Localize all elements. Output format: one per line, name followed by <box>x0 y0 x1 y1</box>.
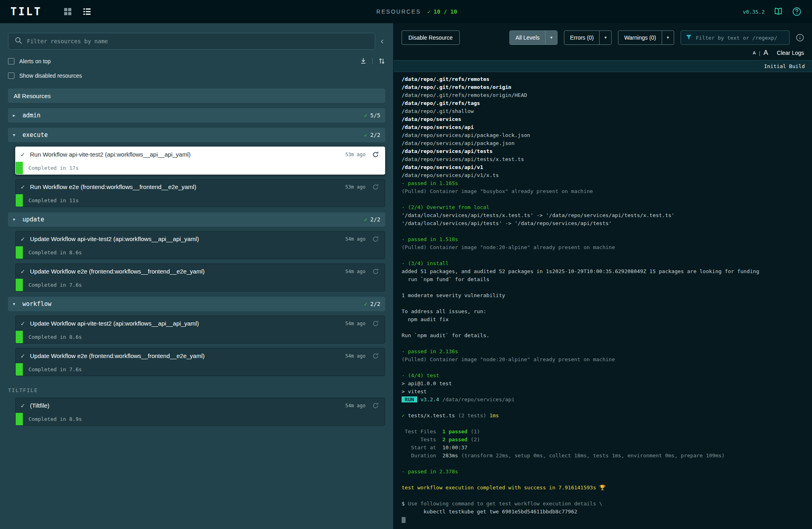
log-line: · passed in 2.378s <box>402 468 812 476</box>
log-line: kubectl testkube get twe 6901e5bd54611bb… <box>402 508 812 516</box>
log-line: (Pulled) Container image "busybox" alrea… <box>402 187 812 195</box>
log-segment: · passed in 2.378s <box>402 469 458 475</box>
item-status-check-icon: ✓ <box>20 151 25 158</box>
item-status-text: Completed in 8.6s <box>28 249 82 255</box>
resource-item[interactable]: ✓ Update Workflow e2e (frontend:workflow… <box>15 263 385 292</box>
tiltfile-section-label: TILTFILE <box>8 387 385 393</box>
log-line: (Pulled) Container image "node:20-alpine… <box>402 243 812 251</box>
docs-book-icon[interactable] <box>774 7 783 16</box>
collapse-sidebar-button[interactable]: ‹ <box>379 37 385 46</box>
log-line: /data/repo/.git/refs/tags <box>402 99 812 107</box>
tilt-logo[interactable]: TILT <box>10 6 42 18</box>
chevron-icon: ▸ <box>13 113 18 118</box>
log-segment: 2 passed <box>442 436 468 443</box>
refresh-icon[interactable] <box>370 149 381 160</box>
log-line: $ Use following command to get test work… <box>402 500 812 508</box>
group-count-wrap: ✓2/2 <box>364 301 380 307</box>
resource-item[interactable]: ✓ Update Workflow api-vite-test2 (api:wo… <box>15 316 385 344</box>
resource-group-header[interactable]: ▸ admin ✓5/5 <box>8 108 385 123</box>
help-icon[interactable] <box>792 7 802 16</box>
item-status-check-icon: ✓ <box>20 236 25 242</box>
refresh-icon[interactable] <box>370 351 381 361</box>
log-segment <box>417 396 420 402</box>
refresh-icon[interactable] <box>370 400 381 411</box>
resource-item[interactable]: ✓ Update Workflow api-vite-test2 (api:wo… <box>15 231 385 259</box>
disable-resource-button[interactable]: Disable Resource <box>402 30 460 45</box>
errors-button[interactable]: Errors (0) <box>564 31 599 44</box>
resource-filter-input[interactable] <box>27 38 368 44</box>
info-icon[interactable] <box>796 34 804 42</box>
resource-group-header[interactable]: ▾ workflow ✓2/2 <box>8 297 385 311</box>
chevron-down-icon[interactable]: ▼ <box>662 31 674 44</box>
item-status-check-icon: ✓ <box>20 184 25 190</box>
resource-item[interactable]: ✓ (Tiltfile) 54m ago Completed in 8.9s <box>15 398 385 426</box>
log-segment: run `npm fund` for details <box>402 276 489 282</box>
resource-group-header[interactable]: ▾ update ✓2/2 <box>8 212 385 227</box>
log-filter-input[interactable] <box>696 35 784 41</box>
resource-item[interactable]: ✓ Update Workflow e2e (frontend:workflow… <box>15 348 385 376</box>
all-resources-button[interactable]: All Resources <box>8 89 385 103</box>
item-status-row: Completed in 11s <box>16 194 385 207</box>
version-label: v0.35.2 <box>743 9 765 15</box>
log-line: /data/repo/.git/refs/remotes <box>402 75 812 83</box>
check-icon: ✓ <box>427 8 430 15</box>
log-line <box>402 364 812 372</box>
log-line: /data/repo/services/api/tests/x.test.ts <box>402 155 812 163</box>
grid-view-icon[interactable] <box>64 8 72 16</box>
resource-group: ▸ admin ✓5/5 <box>8 108 385 123</box>
alerts-on-top-checkbox[interactable] <box>8 58 14 64</box>
item-title: (Tiltfile) <box>30 402 341 409</box>
check-icon: ✓ <box>364 301 367 307</box>
group-items: ✓ Update Workflow api-vite-test2 (api:wo… <box>8 316 385 376</box>
log-line: /data/repo/services/api/v1 <box>402 163 812 171</box>
group-expand-controls <box>360 58 385 64</box>
log-segment: Tests <box>402 436 442 443</box>
warnings-button[interactable]: Warnings (0) <box>618 31 662 44</box>
log-line: /data/repo/services/api/package-lock.jso… <box>402 131 812 139</box>
refresh-icon[interactable] <box>370 182 381 192</box>
item-title: Update Workflow e2e (frontend:workflows_… <box>30 268 341 275</box>
refresh-icon[interactable] <box>370 266 381 277</box>
log-output[interactable]: /data/repo/.git/refs/remotes/data/repo/.… <box>394 72 812 529</box>
item-status-text: Completed in 8.9s <box>28 416 82 422</box>
chevron-down-icon[interactable]: ▼ <box>545 31 557 44</box>
item-title-row: ✓ (Tiltfile) 54m ago <box>16 398 385 413</box>
chevron-down-icon[interactable]: ▼ <box>599 31 611 44</box>
resource-group-header[interactable]: ▾ execute ✓2/2 <box>8 128 385 142</box>
log-line: /data/repo/.git/refs/remotes/origin/HEAD <box>402 91 812 99</box>
tiltfile-item-slot: ✓ (Tiltfile) 54m ago Completed in 8.9s <box>8 393 385 426</box>
show-disabled-checkbox[interactable] <box>8 72 14 79</box>
main-content: ‹ Alerts on top Show disabled resourc <box>0 23 812 529</box>
log-segment: · (4/4) test <box>402 372 439 378</box>
expand-groups-icon[interactable] <box>378 58 385 64</box>
log-segment: /data/repo/services/api/v1/x.ts <box>402 172 499 178</box>
resource-group: ▾ execute ✓2/2 ✓ Run Workflow api-vite-t… <box>8 128 385 207</box>
clear-logs-button[interactable]: Clear Logs <box>777 50 804 56</box>
resources-label: RESOURCES <box>376 8 421 15</box>
funnel-icon <box>686 34 692 42</box>
list-view-icon[interactable] <box>83 8 91 16</box>
group-name: execute <box>22 131 48 139</box>
log-segment: (1) <box>467 428 480 434</box>
log-segment: kubectl testkube get twe 6901e5bd54611bb… <box>402 509 577 515</box>
collapse-groups-icon[interactable] <box>360 58 367 64</box>
item-status-text: Completed in 8.6s <box>28 334 82 340</box>
resource-sidebar: ‹ Alerts on top Show disabled resourc <box>0 23 394 529</box>
refresh-icon[interactable] <box>370 318 381 329</box>
log-segment: · passed in 1.518s <box>402 236 458 242</box>
log-line: Run `npm audit` for details. <box>402 332 812 340</box>
item-status-text: Completed in 7.6s <box>28 282 82 288</box>
font-increase-button[interactable]: A <box>764 49 768 57</box>
resource-item[interactable]: ✓ Run Workflow api-vite-test2 (api:workf… <box>15 147 385 175</box>
app-header: TILT RESOURCES ✓10 / 10 v0.35.2 <box>0 0 812 23</box>
font-decrease-button[interactable]: A <box>753 50 755 55</box>
log-line: /data/repo/services/api <box>402 123 812 131</box>
log-line <box>402 300 812 308</box>
chevron-icon: ▾ <box>13 132 18 138</box>
resource-item[interactable]: ✓ Run Workflow e2e (frontend:workflows__… <box>15 179 385 207</box>
item-title: Update Workflow api-vite-test2 (api:work… <box>30 235 341 242</box>
log-line: > vitest <box>402 388 812 396</box>
log-line: To address all issues, run: <box>402 308 812 316</box>
all-levels-button[interactable]: All Levels <box>510 31 545 44</box>
refresh-icon[interactable] <box>370 234 381 244</box>
